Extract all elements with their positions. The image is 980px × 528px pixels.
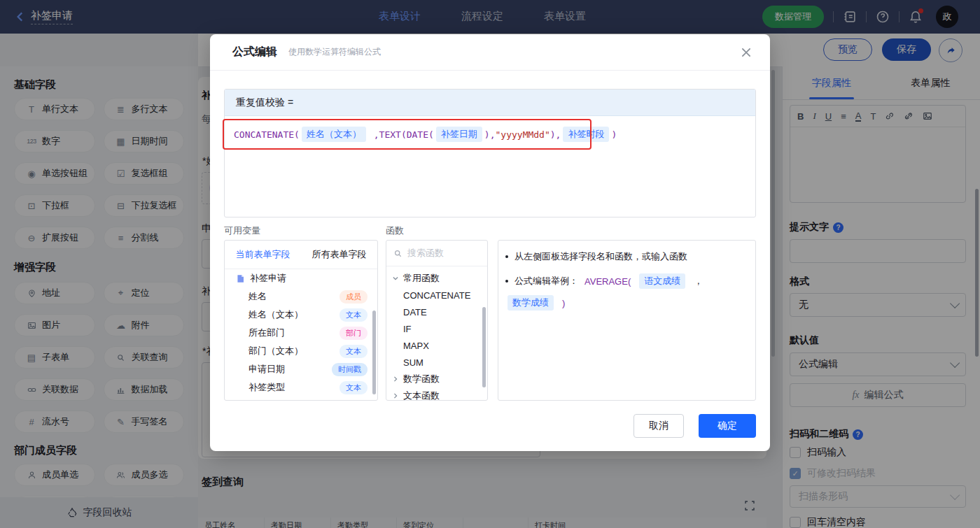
form-doc-icon (236, 274, 245, 283)
functions-label: 函数 (386, 224, 404, 237)
chevron-right-icon (392, 376, 399, 383)
function-group-text[interactable]: 文本函数 (386, 387, 487, 401)
function-group-common[interactable]: 常用函数 (386, 270, 487, 287)
formula-editor: 重复值校验 = CONCATENATE(姓名（文本） ,TEXT(DATE(补签… (224, 89, 756, 217)
example-fn: AVERAGE( (584, 276, 631, 287)
cancel-button[interactable]: 取消 (634, 414, 684, 438)
variable-item-partial[interactable] (225, 397, 377, 401)
chevron-down-icon (392, 275, 399, 282)
help-line-2: 公式编辑举例：AVERAGE(语文成绩，数学成绩) (505, 273, 751, 311)
formula-code: ), (484, 129, 496, 140)
tab-all-form-fields[interactable]: 所有表单字段 (312, 248, 367, 261)
type-badge: 成员 (340, 290, 368, 304)
formula-code: ) (611, 129, 617, 140)
variable-item[interactable]: 申请日期时间戳 (225, 360, 377, 378)
help-pane: 从左侧面板选择字段名和函数，或输入函数 公式编辑举例：AVERAGE(语文成绩，… (498, 240, 756, 401)
confirm-button[interactable]: 确定 (699, 414, 756, 438)
functions-scrollbar[interactable] (482, 307, 486, 387)
formula-edit-modal: 公式编辑 使用数学运算符编辑公式 重复值校验 = CONCATENATE(姓名（… (210, 34, 770, 451)
variables-tabs: 当前表单字段 所有表单字段 (225, 241, 377, 269)
example-chip: 数学成绩 (507, 295, 554, 311)
variables-label: 可用变量 (224, 224, 260, 237)
type-badge: 部门 (340, 327, 368, 340)
close-icon[interactable] (739, 45, 753, 59)
modal-title: 公式编辑 (232, 45, 277, 59)
variable-item[interactable]: 所在部门部门 (225, 324, 377, 342)
formula-code: ,TEXT(DATE( (368, 129, 434, 140)
function-group-math[interactable]: 数学函数 (386, 371, 487, 387)
type-badge (334, 400, 368, 401)
variables-scrollbar[interactable] (372, 311, 376, 394)
type-badge: 文本 (340, 381, 368, 394)
search-icon (393, 249, 402, 258)
function-item[interactable]: CONCATENATE (386, 287, 487, 304)
app-root: 补签申请 表单设计 流程设定 表单设置 数据管理 政 (0, 0, 980, 528)
field-chip: 姓名（文本） (302, 127, 366, 142)
function-search[interactable]: 搜索函数 (386, 241, 487, 266)
function-item[interactable]: DATE (386, 304, 487, 320)
example-fn-close: ) (562, 298, 565, 308)
help-line-1: 从左侧面板选择字段名和函数，或输入函数 (505, 250, 751, 263)
type-badge: 文本 (340, 308, 368, 322)
function-item[interactable]: SUM (386, 354, 487, 371)
field-chip: 补签时段 (563, 127, 609, 142)
field-chip: 补签日期 (436, 127, 482, 142)
variable-item[interactable]: 部门（文本）文本 (225, 342, 377, 360)
formula-code: ), (550, 129, 561, 140)
function-item[interactable]: MAPX (386, 337, 487, 354)
functions-pane: 搜索函数 常用函数 CONCATENATE DATE IF MAPX SUM 数… (386, 240, 488, 401)
example-chip: 语文成绩 (639, 273, 685, 289)
formula-expression: CONCATENATE(姓名（文本） ,TEXT(DATE(补签日期),"yyy… (234, 127, 617, 142)
variable-item[interactable]: 姓名（文本）文本 (225, 306, 377, 324)
modal-subtitle: 使用数学运算符编辑公式 (288, 46, 381, 58)
variable-item[interactable]: 补签类型文本 (225, 378, 377, 397)
variable-form-node[interactable]: 补签申请 (225, 269, 377, 287)
chevron-right-icon (392, 392, 399, 399)
type-badge: 时间戳 (332, 363, 368, 376)
modal-header: 公式编辑 使用数学运算符编辑公式 (210, 34, 770, 71)
formula-target-label: 重复值校验 = (225, 90, 755, 116)
formula-fn: CONCATENATE( (234, 129, 300, 140)
formula-input-area[interactable]: CONCATENATE(姓名（文本） ,TEXT(DATE(补签日期),"yyy… (225, 116, 755, 217)
variables-pane: 当前表单字段 所有表单字段 补签申请 姓名成员 姓名（文本）文本 所在部门部门 … (224, 240, 378, 401)
function-item[interactable]: IF (386, 320, 487, 337)
type-badge: 文本 (340, 345, 368, 358)
tab-current-form-fields[interactable]: 当前表单字段 (236, 248, 290, 261)
search-placeholder: 搜索函数 (407, 247, 444, 259)
variable-item[interactable]: 姓名成员 (225, 287, 377, 306)
formula-string: "yyyyMMdd" (496, 129, 550, 140)
